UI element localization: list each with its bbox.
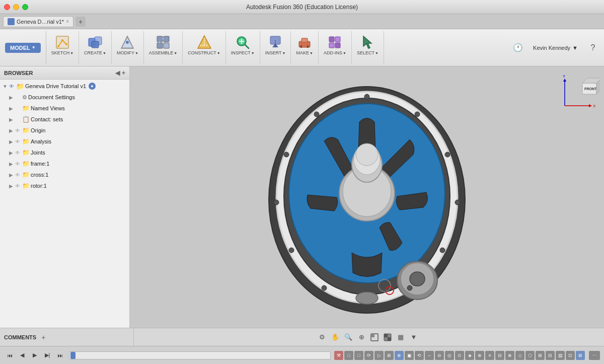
active-tab[interactable]: Geneva D…rial v1* × (3, 16, 73, 27)
anim-icon-5[interactable]: ▷ (374, 351, 384, 360)
svg-rect-8 (92, 41, 99, 48)
anim-icon-2[interactable]: □ (344, 351, 353, 360)
browser-item-rotor[interactable]: ▶ 👁 📁 rotor:1 (0, 180, 129, 191)
anim-icon-11[interactable]: ⊖ (435, 351, 444, 360)
construct-label: CONSTRUCT ▼ (188, 50, 220, 55)
anim-to-end-button[interactable]: ⏭ (54, 350, 65, 361)
zoom-in-button[interactable]: 🔍 (343, 332, 354, 343)
toolbar-modify-section: MODIFY ▼ (112, 31, 144, 64)
anim-icon-23[interactable]: ▤ (556, 351, 565, 360)
browser-item-docsettings[interactable]: ▶ ⚙ Document Settings (0, 92, 129, 103)
visibility-icon-root[interactable]: 👁 (9, 84, 15, 89)
svg-rect-30 (301, 38, 308, 42)
browser-item-contactsets[interactable]: ▶ 📋 Contact: sets (0, 114, 129, 125)
anim-icon-6[interactable]: ⊞ (385, 351, 394, 360)
timeline-track[interactable] (69, 351, 331, 359)
view-mode-button[interactable] (369, 332, 380, 343)
svg-point-52 (415, 112, 420, 117)
view-options-button[interactable]: ▼ (408, 332, 419, 343)
help-button[interactable]: ? (586, 41, 600, 55)
close-button[interactable] (4, 4, 10, 10)
create-tool[interactable]: CREATE ▼ (82, 33, 108, 56)
expand-icon-contactsets: ▶ (8, 117, 14, 122)
model-mode-button[interactable]: MODEL ▼ (5, 43, 41, 53)
anim-icon-8[interactable]: ▣ (405, 351, 414, 360)
anim-icon-20[interactable]: ⬡ (525, 351, 535, 360)
anim-icon-18[interactable]: ⊕ (505, 351, 514, 360)
anim-to-start-button[interactable]: ⏮ (4, 350, 15, 361)
visibility-icon-frame[interactable]: 👁 (15, 161, 21, 167)
make-tool[interactable]: MAKE ▼ (294, 33, 315, 56)
browser-item-cross[interactable]: ▶ 👁 📁 cross:1 (0, 169, 129, 180)
grid-button[interactable]: ▦ (395, 332, 406, 343)
maximize-button[interactable] (22, 4, 28, 10)
anim-icon-19[interactable]: ◇ (515, 351, 524, 360)
make-items: MAKE ▼ (294, 33, 315, 56)
anim-icon-17[interactable]: ⊟ (495, 351, 504, 360)
rotor-label: rotor:1 (31, 183, 47, 189)
anim-icon-9[interactable]: ⟲ (415, 351, 424, 360)
inspect-tool[interactable]: INSPECT ▼ (229, 33, 257, 56)
browser-item-joints[interactable]: ▶ 👁 📁 Joints (0, 147, 129, 158)
pan-tool-button[interactable]: ✋ (330, 332, 341, 343)
visibility-icon-cross[interactable]: 👁 (15, 172, 21, 178)
anim-icon-1[interactable]: ⚒ (334, 351, 343, 360)
visibility-icon-rotor[interactable]: 👁 (15, 183, 21, 189)
browser-item-root[interactable]: ▼ 👁 📁 Geneva Drive Tutorial v1 ● (0, 81, 129, 92)
clock-button[interactable]: 🕐 (511, 41, 525, 55)
anim-icon-4[interactable]: ⟳ (364, 351, 373, 360)
addins-tool[interactable]: ADD-INS ▼ (322, 33, 348, 56)
root-label: Geneva Drive Tutorial v1 (25, 83, 86, 89)
svg-rect-78 (388, 337, 391, 341)
anim-icon-end[interactable]: ⋯ (589, 351, 600, 360)
expand-icon-frame: ▶ (8, 161, 14, 167)
comments-add-icon[interactable]: + (41, 333, 45, 341)
user-area[interactable]: Kevin Kennedy ▼ (529, 45, 582, 51)
construct-tool[interactable]: CONSTRUCT ▼ (186, 33, 222, 56)
comments-label: COMMENTS (4, 334, 36, 340)
settings-tool-button[interactable]: ⚙ (317, 332, 328, 343)
anim-icon-25[interactable]: ⊞ (576, 351, 585, 360)
minimize-button[interactable] (13, 4, 19, 10)
browser-add-button[interactable]: + (122, 69, 125, 77)
anim-icon-7[interactable]: ⊕ (395, 351, 404, 360)
tab-icon (8, 18, 15, 25)
modify-tool[interactable]: MODIFY ▼ (115, 33, 140, 56)
zoom-fit-button[interactable]: ⊕ (356, 332, 367, 343)
viewport[interactable]: Y X FRONT (130, 66, 604, 328)
visibility-icon-analysis[interactable]: 👁 (15, 139, 21, 144)
select-tool[interactable]: SELECT ▼ (355, 33, 381, 56)
anim-icon-15[interactable]: ⊗ (475, 351, 484, 360)
anim-icon-12[interactable]: ◎ (445, 351, 454, 360)
browser-item-namedviews[interactable]: ▶ 📁 Named Views (0, 103, 129, 114)
viewcube[interactable]: Y X FRONT (560, 70, 600, 111)
display-mode-button[interactable] (382, 332, 393, 343)
assemble-icon (155, 34, 171, 50)
browser-item-analysis[interactable]: ▶ 👁 📁 Analysis (0, 136, 129, 147)
anim-icon-21[interactable]: ⊞ (536, 351, 545, 360)
visibility-icon-joints[interactable]: 👁 (15, 150, 21, 156)
anim-icon-24[interactable]: ⊡ (566, 351, 575, 360)
assemble-items: ASSEMBLE ▼ (147, 33, 179, 56)
tab-close-button[interactable]: × (66, 19, 69, 24)
anim-icon-14[interactable]: ◈ (465, 351, 474, 360)
anim-icon-3[interactable]: □ (354, 351, 363, 360)
anim-icon-10[interactable]: ↔ (425, 351, 434, 360)
anim-play-button[interactable]: ▶ (29, 350, 40, 361)
browser-item-frame[interactable]: ▶ 👁 📁 frame:1 (0, 158, 129, 169)
new-tab-button[interactable]: + (76, 17, 86, 27)
construct-icon (196, 34, 212, 50)
insert-tool[interactable]: INSERT ▼ (263, 33, 288, 56)
sketch-tool-main[interactable]: SKETCH ▼ (49, 33, 76, 56)
anim-prev-button[interactable]: ◀ (17, 350, 28, 361)
anim-icon-16[interactable]: ≡ (485, 351, 494, 360)
anim-icon-13[interactable]: ⊙ (455, 351, 464, 360)
browser-collapse-button[interactable]: ◀ (115, 69, 120, 77)
anim-next-button[interactable]: ▶| (42, 350, 53, 361)
visibility-icon-origin[interactable]: 👁 (15, 128, 21, 133)
browser-item-origin[interactable]: ▶ 👁 📁 Origin (0, 125, 129, 136)
assemble-tool[interactable]: ASSEMBLE ▼ (147, 33, 179, 56)
anim-icon-22[interactable]: ⊟ (546, 351, 555, 360)
svg-text:X: X (593, 104, 596, 108)
toolbar-addins-section: ADD-INS ▼ (319, 31, 352, 64)
